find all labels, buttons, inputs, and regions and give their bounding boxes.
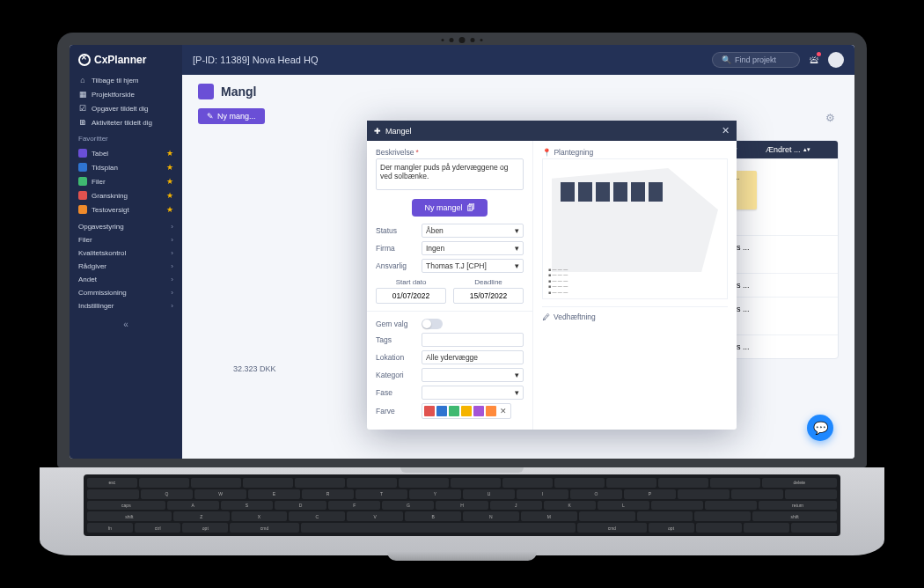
fav-icon (78, 163, 87, 172)
color-swatch[interactable] (449, 406, 459, 416)
modal-mangel: ✚ Mangel ✕ Beskrivelse Ny mangel (367, 121, 737, 430)
attachment-section[interactable]: 🖉 Vedhæftning (542, 306, 728, 321)
fase-select[interactable]: ▾ (422, 386, 524, 400)
nav-icon: ⌂ (78, 76, 87, 85)
col-aendret[interactable]: Ændret ...▴▾ (760, 141, 822, 158)
deadline-input[interactable]: 15/07/2022 (453, 288, 524, 304)
lokation-input[interactable]: Alle ydervægge (422, 350, 524, 364)
search-input[interactable]: 🔍 Find projekt (712, 52, 800, 68)
sidebar-item[interactable]: 🗎Aktiviteter tildelt dig (70, 115, 182, 129)
ny-mangel-label: Ny mangel (424, 203, 462, 212)
collapse-sidebar-icon[interactable]: « (70, 314, 182, 334)
fav-label: Tabel (92, 150, 108, 158)
new-button[interactable]: ✎ Ny mang... (198, 108, 265, 124)
ansvarlig-label: Ansvarlig (376, 261, 416, 270)
color-swatch[interactable] (461, 406, 472, 416)
chevron-down-icon: ▾ (515, 261, 519, 270)
start-date-input[interactable]: 01/07/2022 (376, 288, 446, 304)
search-icon: 🔍 (722, 55, 731, 64)
chevron-right-icon: › (171, 262, 173, 270)
group-label: Kvalitetskontrol (78, 249, 126, 257)
sidebar: CxPlanner ⌂Tilbage til hjem▦Projektforsi… (70, 45, 182, 459)
fav-icon (78, 205, 87, 214)
kategori-select[interactable]: ▾ (422, 368, 524, 382)
modal-title: Mangel (385, 127, 412, 136)
color-swatch[interactable] (473, 406, 484, 416)
start-label: Start dato (376, 278, 446, 286)
breadcrumb[interactable]: [P-ID: 11389] Nova Head HQ (193, 55, 318, 65)
group-label: Filer (78, 236, 92, 244)
close-icon[interactable]: ✕ (722, 125, 730, 136)
sidebar-group[interactable]: Indstillinger› (70, 299, 182, 312)
chevron-right-icon: › (171, 289, 173, 297)
sidebar-item[interactable]: ⌂Tilbage til hjem (70, 73, 182, 87)
copy-icon: 🗐 (467, 203, 475, 212)
color-swatch[interactable] (436, 406, 447, 416)
sidebar-group[interactable]: Rådgiver› (70, 260, 182, 273)
sidebar-group[interactable]: Andet› (70, 273, 182, 286)
plan-label: 📍 Plantegning (542, 148, 728, 157)
ansvarlig-select[interactable]: Thomas T.J [CPH]▾ (422, 259, 524, 273)
plan-legend: ■ — — —■ — — —■ — — —■ — — —■ — — — (548, 267, 568, 296)
color-swatch[interactable] (486, 406, 496, 416)
gemvalg-toggle[interactable] (422, 319, 443, 329)
group-label: Opgavestyring (78, 223, 124, 231)
desc-input[interactable] (376, 158, 524, 190)
logo-icon (78, 54, 91, 66)
tags-input[interactable] (422, 333, 524, 347)
star-icon[interactable]: ★ (166, 205, 173, 214)
color-clear[interactable]: ✕ (498, 406, 509, 416)
star-icon[interactable]: ★ (166, 177, 173, 186)
nav-label: Tilbage til hjem (92, 77, 139, 85)
firma-select[interactable]: Ingen▾ (422, 241, 524, 255)
nav-label: Opgaver tildelt dig (92, 105, 148, 113)
star-icon[interactable]: ★ (166, 191, 173, 200)
fav-label: Tidsplan (92, 164, 118, 172)
gear-icon[interactable]: ⚙ (825, 112, 835, 124)
fav-icon (78, 177, 87, 186)
page-icon (198, 84, 214, 99)
topbar: [P-ID: 11389] Nova Head HQ 🔍 Find projek… (182, 45, 854, 75)
bell-icon[interactable]: 🛎 (809, 54, 819, 66)
group-label: Indstillinger (78, 302, 114, 310)
sidebar-group[interactable]: Filer› (70, 233, 182, 246)
new-button-label: Ny mang... (217, 112, 256, 121)
sidebar-group[interactable]: Commissioning› (70, 286, 182, 299)
floorplan[interactable]: ■ — — —■ — — —■ — — —■ — — —■ — — — (542, 158, 728, 299)
sidebar-fav-item[interactable]: Granskning★ (70, 188, 182, 202)
color-picker[interactable]: ✕ (422, 403, 511, 419)
sidebar-item[interactable]: ▦Projektforside (70, 87, 182, 101)
fav-icon (78, 149, 87, 158)
chevron-down-icon: ▾ (515, 244, 519, 253)
sidebar-fav-item[interactable]: Tabel★ (70, 146, 182, 160)
sidebar-item[interactable]: ☑Opgaver tildelt dig (70, 101, 182, 115)
app-logo[interactable]: CxPlanner (70, 45, 182, 71)
status-select[interactable]: Åben▾ (422, 224, 524, 238)
sidebar-fav-item[interactable]: Filer★ (70, 174, 182, 188)
kategori-label: Kategori (376, 371, 416, 379)
lokation-label: Lokation (376, 353, 416, 362)
status-label: Status (376, 226, 416, 235)
nav-icon: ☑ (78, 104, 87, 113)
nav-icon: ▦ (78, 90, 87, 99)
fav-icon (78, 191, 87, 200)
group-label: Rådgiver (78, 262, 106, 270)
avatar[interactable] (828, 52, 844, 68)
chat-fab[interactable]: 💬 (807, 415, 833, 441)
sidebar-group[interactable]: Kvalitetskontrol› (70, 246, 182, 260)
chevron-down-icon: ▾ (515, 371, 519, 379)
chevron-right-icon: › (171, 276, 173, 283)
ny-mangel-button[interactable]: Ny mangel 🗐 (412, 199, 487, 217)
star-icon[interactable]: ★ (166, 163, 173, 172)
star-icon[interactable]: ★ (166, 149, 173, 158)
fase-label: Fase (376, 388, 416, 397)
nav-label: Projektforside (92, 91, 135, 99)
color-swatch[interactable] (424, 406, 435, 416)
fav-label: Granskning (92, 192, 128, 200)
group-label: Andet (78, 276, 97, 283)
sidebar-fav-item[interactable]: Tidsplan★ (70, 160, 182, 174)
laptop-keyboard: escdelete QWERTYUIOP capsASDFGHJKLreturn… (84, 474, 840, 536)
sidebar-group[interactable]: Opgavestyring› (70, 220, 182, 233)
chevron-right-icon: › (171, 223, 173, 231)
sidebar-fav-item[interactable]: Testoversigt★ (70, 202, 182, 217)
